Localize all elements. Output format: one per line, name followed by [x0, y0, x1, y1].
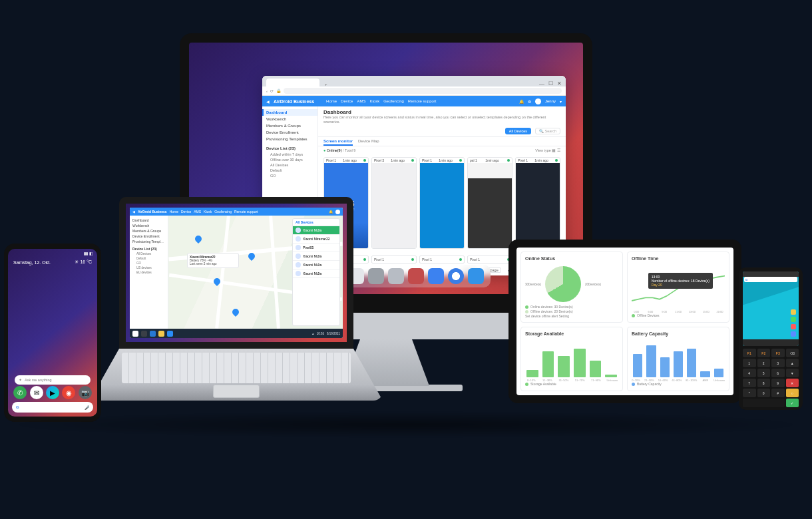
nav-device[interactable]: Device — [341, 99, 353, 103]
filter-added-7d[interactable]: Added within 7 days — [262, 152, 317, 157]
maximize-icon[interactable]: ☐ — [548, 81, 553, 86]
filter-default[interactable]: Default — [262, 168, 317, 173]
reload-icon[interactable]: ⟳ — [270, 88, 274, 93]
all-devices-button[interactable]: All Devices — [505, 128, 531, 134]
filter-item[interactable]: Default — [130, 256, 168, 261]
chevron-down-icon[interactable]: ▾ — [560, 99, 562, 104]
phone-icon[interactable]: ✆ — [13, 386, 27, 399]
pos-search-bar[interactable]: G — [744, 277, 797, 282]
key-cancel[interactable]: ✕ — [786, 379, 799, 387]
camera-icon[interactable]: 📷 — [79, 386, 92, 399]
gear-icon[interactable]: ⚙ — [528, 99, 531, 104]
filter-item[interactable]: All Devices — [130, 252, 168, 256]
device-card[interactable]: Pixel 1 — [467, 256, 512, 263]
minimize-icon[interactable]: — — [539, 81, 544, 86]
key-backspace[interactable]: ⌫ — [786, 349, 799, 357]
panel-header[interactable]: All Devices — [293, 219, 339, 226]
bell-icon[interactable]: 🔔 — [519, 99, 524, 104]
key-f1[interactable]: F1 — [743, 349, 756, 357]
sidebar-device-list[interactable]: Device List (23) — [130, 246, 168, 252]
dock-app-icon[interactable] — [468, 268, 484, 284]
dock-app-icon[interactable] — [408, 268, 424, 284]
sidebar-item-workbench[interactable]: Workbench — [262, 116, 317, 122]
url-field[interactable] — [284, 88, 562, 94]
explorer-icon[interactable] — [158, 331, 164, 337]
key-5[interactable]: 5 — [757, 369, 771, 377]
key-0[interactable]: 0 — [757, 389, 771, 397]
sidebar-item-dashboard[interactable]: Dashboard — [262, 109, 317, 116]
map-pin-icon[interactable] — [231, 307, 240, 317]
tray-icon[interactable]: ▴ — [312, 332, 314, 335]
user-avatar-icon[interactable] — [535, 98, 541, 104]
key-down[interactable]: ▼ — [786, 369, 799, 377]
taskbar-search-icon[interactable] — [141, 331, 147, 337]
key-up[interactable]: ▲ — [786, 359, 799, 367]
key-4[interactable]: 4 — [743, 369, 756, 377]
edge-icon[interactable] — [150, 331, 156, 337]
device-list-item[interactable]: Xiaomi MiJia — [293, 252, 339, 261]
sidebar-item-members[interactable]: Members & Groups — [130, 228, 168, 234]
app-icon[interactable] — [791, 331, 796, 337]
mic-icon[interactable]: 🎤 — [85, 405, 89, 410]
bell-icon[interactable]: 🔔 — [329, 210, 333, 214]
app-icon[interactable] — [791, 324, 796, 329]
assistant-bar[interactable]: ✦ Ask me anything — [15, 375, 91, 385]
phone-screen[interactable]: ▮▮ ◧ Samstag, 12. Okt. ☀ 16 °C ✦ Ask me … — [8, 249, 97, 417]
play-icon[interactable]: ▶ — [46, 386, 59, 399]
windows-taskbar[interactable]: ▴ 10:36 8/19/2021 — [130, 329, 343, 338]
key-2[interactable]: 2 — [757, 359, 771, 367]
key-hash[interactable]: # — [771, 389, 785, 397]
pos-screen[interactable]: G — [743, 271, 799, 346]
sidebar-item-templates[interactable]: Provisioning Templates — [130, 239, 168, 244]
sidebar-item-templates[interactable]: Provisioning Templates — [262, 136, 317, 142]
nav-remote[interactable]: Remote support — [408, 99, 437, 103]
device-list-item[interactable]: Xiaomi Miramar22 — [293, 235, 339, 244]
device-list-item[interactable]: Pixel05 — [293, 244, 339, 252]
sidebar-item-workbench[interactable]: Workbench — [130, 223, 168, 228]
android-navbar[interactable] — [743, 339, 799, 346]
chrome-icon[interactable]: ◉ — [62, 386, 75, 399]
key-1[interactable]: 1 — [743, 359, 756, 367]
app-icon[interactable] — [791, 317, 796, 322]
nav-remote[interactable]: Remote support — [234, 210, 258, 214]
nav-device[interactable]: Device — [181, 210, 191, 214]
nav-home[interactable]: Home — [326, 99, 337, 103]
tab-screen-monitor[interactable]: Screen monitor — [323, 139, 353, 146]
browser-tab[interactable] — [266, 79, 319, 86]
tab-device-map[interactable]: Device Map — [358, 139, 379, 146]
device-card[interactable]: pal 11min ago — [467, 157, 512, 249]
browser-tabstrip[interactable]: + — ☐ ✕ — [262, 76, 566, 86]
phone-weather[interactable]: ☀ 16 °C — [75, 260, 92, 265]
gmail-icon[interactable]: ✉ — [30, 386, 43, 399]
map-pin-icon[interactable] — [194, 234, 203, 244]
filter-item[interactable]: EU devices — [130, 270, 168, 275]
key-3[interactable]: 3 — [771, 359, 785, 367]
nav-home[interactable]: Home — [170, 210, 178, 214]
back-icon[interactable]: ‹ — [266, 89, 268, 93]
start-icon[interactable] — [132, 331, 138, 337]
key-7[interactable]: 7 — [743, 379, 756, 387]
filter-item[interactable]: GO — [130, 261, 168, 265]
nav-kiosk[interactable]: Kiosk — [369, 99, 379, 103]
dock-app-icon[interactable] — [388, 268, 404, 284]
nav-kiosk[interactable]: Kiosk — [204, 210, 212, 214]
key-8[interactable]: 8 — [757, 379, 771, 387]
user-avatar-icon[interactable] — [335, 210, 340, 214]
offline-alert-link[interactable]: Set device offline alert Setting — [525, 314, 618, 318]
dock-safari-icon[interactable] — [448, 268, 464, 284]
device-list-item[interactable]: Xiaomi MiJia — [293, 269, 339, 278]
key-clear[interactable]: ○ — [786, 389, 799, 397]
sidebar-item-dashboard[interactable]: Dashboard — [130, 218, 168, 223]
user-name[interactable]: Jenny — [545, 99, 556, 103]
close-icon[interactable]: ✕ — [557, 81, 562, 86]
key-enter[interactable]: ✓ — [786, 399, 799, 407]
nav-geofencing[interactable]: Geofencing — [214, 210, 232, 214]
nav-ams[interactable]: AMS — [194, 210, 201, 214]
filter-go[interactable]: GO — [262, 173, 317, 178]
device-list-item[interactable]: Xiaomi MiJia — [293, 261, 339, 269]
device-list-item[interactable]: Xiaomi MiJia — [293, 226, 339, 235]
app-icon[interactable] — [167, 331, 173, 337]
key-f2[interactable]: F2 — [757, 349, 771, 357]
device-card[interactable]: Pixel 11min ago — [515, 157, 560, 249]
nav-ams[interactable]: AMS — [357, 99, 365, 103]
